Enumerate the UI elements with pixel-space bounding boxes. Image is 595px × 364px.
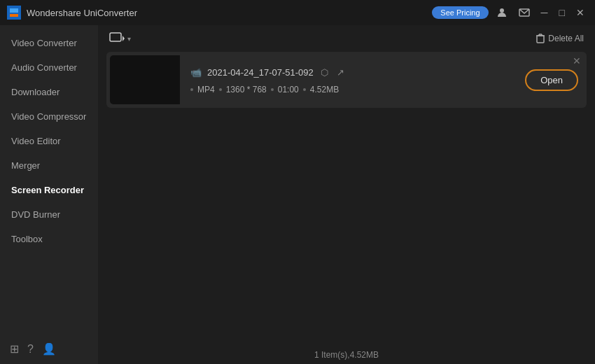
- meta-dot-2: [219, 88, 222, 91]
- video-file-icon: 📹: [190, 67, 202, 78]
- file-info: 📹 2021-04-24_17-07-51-092 ⬡ ↗ MP4 1360 *…: [183, 60, 525, 100]
- sidebar-item-merger[interactable]: Merger: [0, 153, 98, 178]
- export-icon[interactable]: ⬡: [319, 66, 330, 79]
- sidebar: Video Converter Audio Converter Download…: [0, 25, 98, 364]
- see-pricing-button[interactable]: See Pricing: [432, 6, 488, 19]
- meta-dot-1: [190, 88, 193, 91]
- chevron-down-icon: ▾: [127, 35, 131, 43]
- delete-all-button[interactable]: Delete All: [536, 34, 584, 43]
- content-toolbar: ▾ Delete All: [98, 25, 595, 52]
- sidebar-item-downloader[interactable]: Downloader: [0, 80, 98, 104]
- open-button[interactable]: Open: [525, 69, 578, 91]
- sidebar-item-dvd-burner[interactable]: DVD Burner: [0, 202, 98, 227]
- screen-recorder-mode-icon: [109, 32, 125, 45]
- mail-icon: [519, 7, 530, 18]
- mode-select-button[interactable]: ▾: [109, 32, 131, 45]
- status-text: 1 Item(s),4.52MB: [314, 350, 379, 360]
- svg-marker-6: [122, 36, 125, 41]
- file-header: 📹 2021-04-24_17-07-51-092 ⬡ ↗: [190, 66, 518, 79]
- sidebar-item-screen-recorder[interactable]: Screen Recorder: [0, 178, 98, 202]
- sidebar-item-toolbox[interactable]: Toolbox: [0, 227, 98, 251]
- close-button[interactable]: ✕: [573, 6, 588, 20]
- svg-rect-5: [110, 33, 121, 41]
- svg-marker-2: [10, 14, 18, 17]
- file-format: MP4: [197, 85, 215, 94]
- file-name: 2021-04-24_17-07-51-092: [207, 67, 314, 78]
- help-icon[interactable]: ?: [27, 343, 34, 356]
- minimize-button[interactable]: ─: [538, 6, 552, 20]
- file-size: 4.52MB: [310, 85, 339, 94]
- main-layout: Video Converter Audio Converter Download…: [0, 25, 595, 364]
- mail-button[interactable]: [515, 6, 533, 20]
- file-resolution: 1360 * 768: [226, 85, 267, 94]
- app-logo-icon: [7, 6, 21, 20]
- svg-rect-7: [537, 36, 544, 43]
- title-bar: Wondershare UniConverter See Pricing ─ □…: [0, 0, 595, 25]
- sidebar-item-video-compressor[interactable]: Video Compressor: [0, 104, 98, 129]
- maximize-button[interactable]: □: [556, 6, 568, 20]
- file-duration: 01:00: [278, 85, 299, 94]
- share-icon[interactable]: ↗: [335, 66, 346, 79]
- trash-icon: [536, 34, 545, 43]
- sidebar-item-audio-converter[interactable]: Audio Converter: [0, 55, 98, 80]
- file-thumbnail: [110, 55, 180, 104]
- user-icon: [496, 7, 507, 18]
- meta-dot-4: [303, 88, 306, 91]
- svg-point-3: [500, 8, 504, 13]
- sidebar-footer: ⊞ ? 👤: [0, 334, 98, 364]
- status-bar: 1 Item(s),4.52MB: [98, 346, 595, 364]
- toolbar-left: ▾: [109, 32, 131, 45]
- layout-icon[interactable]: ⊞: [10, 342, 19, 356]
- sidebar-item-video-editor[interactable]: Video Editor: [0, 129, 98, 153]
- meta-dot-3: [271, 88, 274, 91]
- sidebar-item-video-converter[interactable]: Video Converter: [0, 31, 98, 55]
- title-bar-left: Wondershare UniConverter: [7, 6, 137, 20]
- app-title: Wondershare UniConverter: [27, 8, 137, 18]
- file-list: 📹 2021-04-24_17-07-51-092 ⬡ ↗ MP4 1360 *…: [98, 52, 595, 346]
- user-profile-icon[interactable]: 👤: [42, 342, 56, 356]
- svg-marker-1: [10, 8, 18, 13]
- user-account-button[interactable]: [493, 6, 511, 20]
- file-close-button[interactable]: ✕: [573, 56, 581, 66]
- file-meta: MP4 1360 * 768 01:00 4.52MB: [190, 85, 518, 94]
- table-row: 📹 2021-04-24_17-07-51-092 ⬡ ↗ MP4 1360 *…: [106, 52, 587, 108]
- title-bar-controls: See Pricing ─ □ ✕: [432, 6, 588, 20]
- content-area: ▾ Delete All 📹: [98, 25, 595, 364]
